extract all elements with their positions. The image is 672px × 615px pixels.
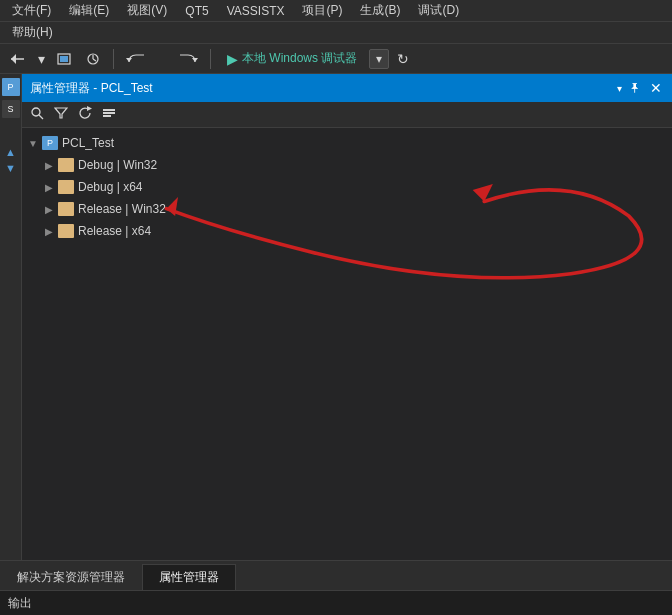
bottom-tabs: 解决方案资源管理器 属性管理器 <box>0 560 672 590</box>
svg-rect-13 <box>103 112 115 114</box>
panel-pin-btn[interactable]: 🖈 <box>626 80 644 96</box>
tree-item-label1: Debug | Win32 <box>78 158 157 172</box>
panel-filter-icon[interactable] <box>52 104 70 125</box>
tree-item-label2: Debug | x64 <box>78 180 143 194</box>
tree-item-label3: Release | Win32 <box>78 202 166 216</box>
run-debug-btn[interactable]: ▶ 本地 Windows 调试器 <box>219 48 365 69</box>
svg-marker-7 <box>126 58 132 62</box>
panel-toolbar <box>22 102 672 128</box>
menu-vassistx[interactable]: VASSISTX <box>219 2 293 20</box>
svg-line-10 <box>39 115 43 119</box>
svg-marker-11 <box>87 106 92 111</box>
menu-qt5[interactable]: QT5 <box>177 2 216 20</box>
tree-item-expand3: ▶ <box>42 202 56 216</box>
tree-folder-icon1 <box>58 158 74 172</box>
run-triangle-icon: ▶ <box>227 51 238 67</box>
tree-item-debug-x64[interactable]: ▶ Debug | x64 <box>22 176 672 198</box>
menu-edit[interactable]: 编辑(E) <box>61 0 117 21</box>
menu-bar-row2: 帮助(H) <box>0 22 672 44</box>
tree-root-label: PCL_Test <box>62 136 114 150</box>
property-manager-panel: 属性管理器 - PCL_Test ▾ 🖈 ✕ <box>22 74 672 560</box>
panel-refresh-icon[interactable] <box>76 104 94 125</box>
tree-item-expand1: ▶ <box>42 158 56 172</box>
menu-debug[interactable]: 调试(D) <box>410 0 467 21</box>
toolbar-icon2[interactable] <box>81 50 105 68</box>
panel-search-icon[interactable] <box>28 104 46 125</box>
tree-folder-icon3 <box>58 202 74 216</box>
left-sidebar: P S ▲ ▼ <box>0 74 22 560</box>
svg-line-6 <box>93 59 96 61</box>
tab-property-manager[interactable]: 属性管理器 <box>142 564 236 590</box>
tree-root-icon: P <box>42 136 58 150</box>
output-section: 输出 <box>0 590 672 615</box>
toolbar-back-btn[interactable] <box>6 50 30 68</box>
tree-folder-icon2 <box>58 180 74 194</box>
toolbar-dropdown1[interactable]: ▾ <box>34 49 49 69</box>
panel-close-btn[interactable]: ✕ <box>648 80 664 96</box>
menu-help[interactable]: 帮助(H) <box>4 22 61 43</box>
tree-item-label4: Release | x64 <box>78 224 151 238</box>
sidebar-icon1[interactable]: P <box>2 78 20 96</box>
tree-view: ▼ P PCL_Test ▶ Debug | Win32 ▶ <box>22 128 672 560</box>
panel-title-dropdown[interactable]: ▾ <box>617 83 622 94</box>
svg-rect-12 <box>103 109 115 111</box>
tree-item-debug-win32[interactable]: ▶ Debug | Win32 <box>22 154 672 176</box>
sidebar-icon2[interactable]: S <box>2 100 20 118</box>
toolbar-redo-area[interactable] <box>164 50 202 68</box>
toolbar-refresh-btn[interactable]: ↻ <box>393 49 413 69</box>
toolbar-icon1[interactable] <box>53 50 77 68</box>
panel-titlebar: 属性管理器 - PCL_Test ▾ 🖈 ✕ <box>22 74 672 102</box>
menu-build[interactable]: 生成(B) <box>352 0 408 21</box>
svg-marker-8 <box>192 58 198 62</box>
toolbar-undo-area[interactable] <box>122 50 160 68</box>
tree-item-expand2: ▶ <box>42 180 56 194</box>
toolbar-sep1 <box>113 49 114 69</box>
svg-rect-14 <box>103 115 111 117</box>
svg-point-9 <box>32 108 40 116</box>
main-area: P S ▲ ▼ 属性管理器 - PCL_Test ▾ 🖈 ✕ <box>0 74 672 560</box>
sidebar-arrow-up[interactable]: ▲ <box>5 146 16 158</box>
tab-solution-explorer[interactable]: 解决方案资源管理器 <box>0 564 142 590</box>
toolbar: ▾ ▶ 本地 Windows 调试器 ▾ ↻ <box>0 44 672 74</box>
tree-root-item[interactable]: ▼ P PCL_Test <box>22 132 672 154</box>
tree-item-release-win32[interactable]: ▶ Release | Win32 <box>22 198 672 220</box>
tree-item-release-x64[interactable]: ▶ Release | x64 <box>22 220 672 242</box>
panel-properties-icon[interactable] <box>100 104 118 125</box>
svg-rect-3 <box>60 56 68 62</box>
menu-bar-row1: 文件(F) 编辑(E) 视图(V) QT5 VASSISTX 项目(P) 生成(… <box>0 0 672 22</box>
sidebar-arrow-down[interactable]: ▼ <box>5 162 16 174</box>
run-debug-label: 本地 Windows 调试器 <box>242 50 357 67</box>
tree-item-expand4: ▶ <box>42 224 56 238</box>
menu-view[interactable]: 视图(V) <box>119 0 175 21</box>
tree-folder-icon4 <box>58 224 74 238</box>
panel-title: 属性管理器 - PCL_Test <box>30 80 613 97</box>
debug-dropdown[interactable]: ▾ <box>369 49 389 69</box>
output-label: 输出 <box>8 595 32 612</box>
tree-root-expand: ▼ <box>26 136 40 150</box>
toolbar-sep2 <box>210 49 211 69</box>
menu-project[interactable]: 项目(P) <box>294 0 350 21</box>
menu-file[interactable]: 文件(F) <box>4 0 59 21</box>
